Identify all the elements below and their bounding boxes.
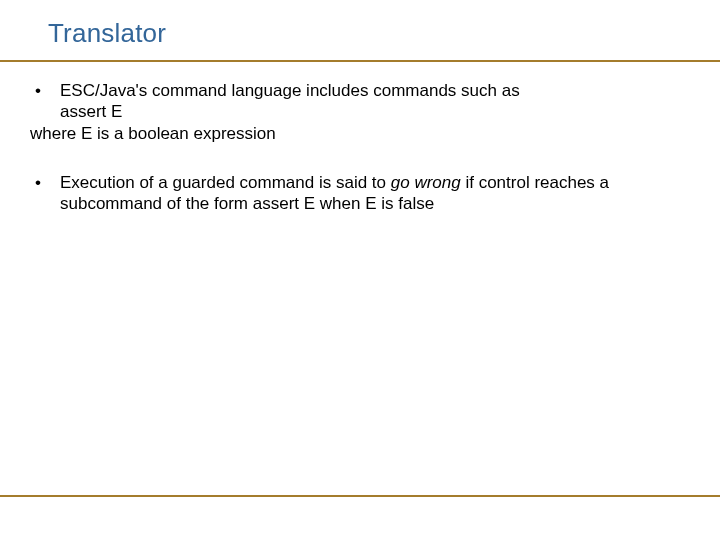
continuation-line-1: assert E: [60, 101, 680, 122]
list-item: • ESC/Java's command language includes c…: [30, 80, 680, 101]
text-pre: Execution of a guarded command is said t…: [60, 173, 391, 192]
bullet-icon: •: [30, 80, 46, 101]
divider-top: [0, 60, 720, 62]
bullet-text-1: ESC/Java's command language includes com…: [60, 80, 680, 101]
bullet-block-1: • ESC/Java's command language includes c…: [30, 80, 680, 144]
page-title: Translator: [48, 18, 166, 49]
bullet-text-2: Execution of a guarded command is said t…: [60, 172, 680, 215]
continuation-line-2: where E is a boolean expression: [30, 123, 680, 144]
divider-bottom: [0, 495, 720, 497]
body-content: • ESC/Java's command language includes c…: [30, 80, 680, 214]
list-item: • Execution of a guarded command is said…: [30, 172, 680, 215]
text-italic: go wrong: [391, 173, 461, 192]
slide: Translator • ESC/Java's command language…: [0, 0, 720, 540]
bullet-icon: •: [30, 172, 46, 193]
